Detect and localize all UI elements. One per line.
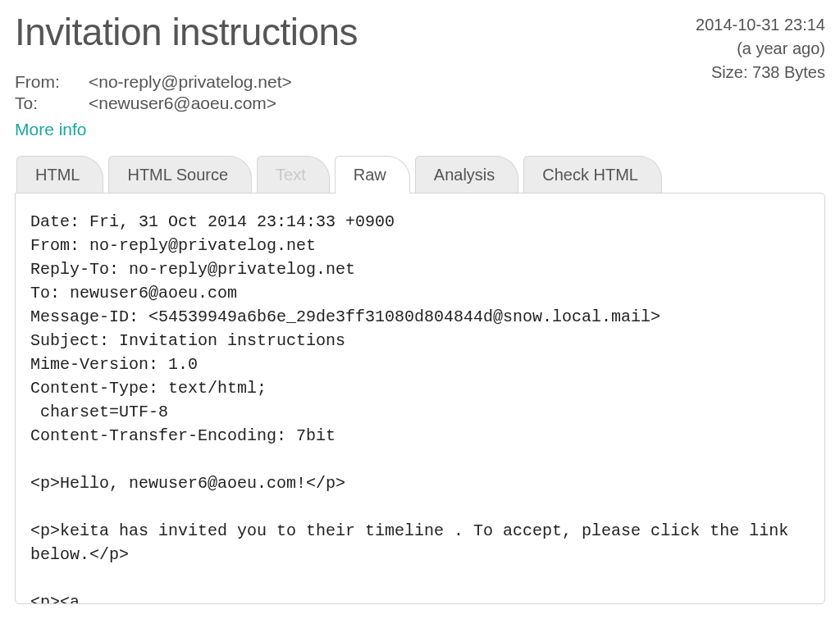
message-size: Size: 738 Bytes: [696, 61, 825, 84]
message-relative-time: (a year ago): [696, 37, 825, 61]
tab-text[interactable]: Text: [257, 156, 330, 193]
tab-check-html[interactable]: Check HTML: [523, 156, 662, 193]
tab-html[interactable]: HTML: [16, 156, 103, 193]
message-datetime: 2014-10-31 23:14: [696, 13, 825, 37]
message-header: Invitation instructions From: <no-reply@…: [15, 10, 825, 139]
from-value: <no-reply@privatelog.net>: [89, 72, 292, 92]
more-info-link[interactable]: More info: [15, 120, 87, 139]
tab-analysis[interactable]: Analysis: [415, 156, 518, 193]
to-label: To:: [15, 93, 89, 113]
raw-content-pane: Date: Fri, 31 Oct 2014 23:14:33 +0900 Fr…: [15, 193, 825, 604]
message-meta: From: <no-reply@privatelog.net> To: <new…: [15, 72, 696, 113]
tab-raw[interactable]: Raw: [335, 156, 410, 193]
message-subject: Invitation instructions: [15, 10, 696, 54]
from-label: From:: [15, 72, 89, 92]
message-stats: 2014-10-31 23:14 (a year ago) Size: 738 …: [696, 10, 825, 84]
content-tabs: HTML HTML Source Text Raw Analysis Check…: [15, 156, 825, 193]
tab-html-source[interactable]: HTML Source: [108, 156, 252, 193]
raw-message-body: Date: Fri, 31 Oct 2014 23:14:33 +0900 Fr…: [30, 210, 810, 604]
to-value: <newuser6@aoeu.com>: [89, 93, 276, 113]
